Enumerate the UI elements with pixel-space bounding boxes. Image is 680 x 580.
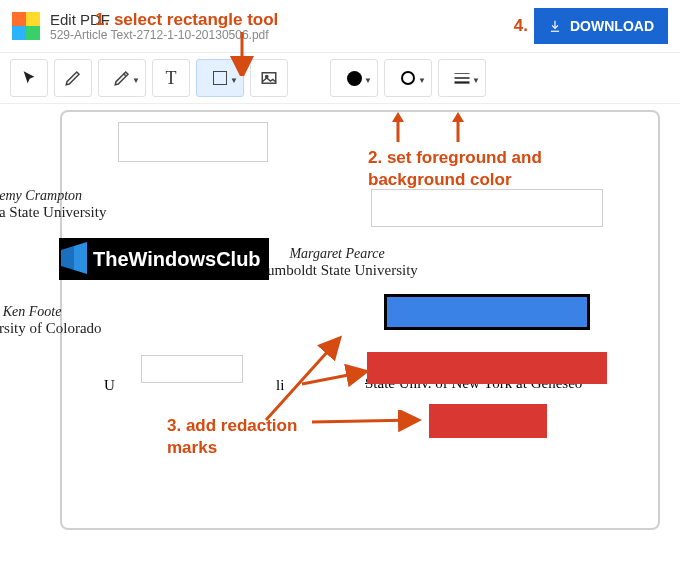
windows-logo-icon [59, 238, 89, 280]
svg-rect-0 [262, 73, 276, 84]
redaction-red-2[interactable] [429, 404, 547, 438]
author-univ: Georgia State University [0, 204, 182, 221]
image-tool[interactable] [250, 59, 288, 97]
fill-color-tool[interactable]: ▼ [330, 59, 378, 97]
cursor-icon [21, 70, 37, 86]
download-label: DOWNLOAD [570, 18, 654, 34]
redaction-white-1[interactable] [118, 122, 268, 162]
line-style-tool[interactable]: ▼ [438, 59, 486, 97]
pen-tool[interactable]: ▼ [98, 59, 146, 97]
redaction-red-1[interactable] [367, 352, 607, 384]
document-page[interactable]: Jeremy Crampton Georgia State University… [60, 110, 660, 530]
rectangle-tool[interactable]: ▼ [196, 59, 244, 97]
redaction-blue[interactable] [384, 294, 590, 330]
cursor-tool[interactable] [10, 59, 48, 97]
text-icon: T [166, 68, 177, 89]
lines-icon [453, 71, 471, 85]
chevron-down-icon: ▼ [230, 76, 238, 85]
pencil-icon [64, 69, 82, 87]
pencil-tool[interactable] [54, 59, 92, 97]
author-name: Ken Foote [0, 304, 182, 320]
watermark-badge: TheWindowsClub [59, 237, 269, 281]
download-button[interactable]: DOWNLOAD [534, 8, 668, 44]
filled-circle-icon [347, 71, 362, 86]
redaction-white-3[interactable] [141, 355, 243, 383]
annotation-3-line1: 3. add redaction [167, 416, 297, 436]
author-univ-partial: U [104, 377, 115, 394]
author-univ-partial: li [276, 377, 284, 394]
text-tool[interactable]: T [152, 59, 190, 97]
redaction-white-2[interactable] [371, 189, 603, 227]
chevron-down-icon: ▼ [472, 76, 480, 85]
image-icon [260, 69, 278, 87]
chevron-down-icon: ▼ [132, 76, 140, 85]
download-icon [548, 19, 562, 33]
author-name: Jeremy Crampton [0, 188, 182, 204]
annotation-3-line2: marks [167, 438, 217, 458]
stroke-color-tool[interactable]: ▼ [384, 59, 432, 97]
rectangle-icon [213, 71, 227, 85]
annotation-4: 4. [514, 16, 528, 36]
chevron-down-icon: ▼ [364, 76, 372, 85]
app-logo [12, 12, 40, 40]
annotation-2-line1: 2. set foreground and [368, 148, 542, 168]
pen-icon [113, 69, 131, 87]
hollow-circle-icon [401, 71, 415, 85]
author-univ: University of Colorado [0, 320, 182, 337]
annotation-2-line2: background color [368, 170, 512, 190]
chevron-down-icon: ▼ [418, 76, 426, 85]
annotation-1: 1. select rectangle tool [95, 10, 278, 30]
watermark-text: TheWindowsClub [89, 238, 269, 280]
toolbar: ▼ T ▼ ▼ ▼ ▼ [0, 52, 680, 104]
